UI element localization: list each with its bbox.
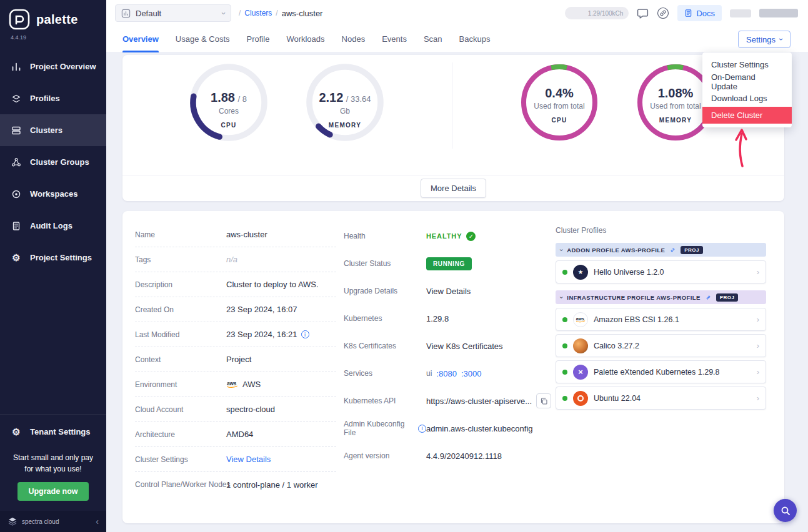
field-value: AWS: [242, 380, 261, 389]
tab-nodes[interactable]: Nodes: [342, 26, 366, 52]
sidebar-item-clusters[interactable]: Clusters: [0, 114, 106, 146]
chat-icon[interactable]: [637, 7, 649, 19]
view-certificates-link[interactable]: View K8s Certificates: [426, 342, 503, 351]
project-selector[interactable]: Default ›: [115, 4, 231, 22]
memory-gauge-label: MEMORY: [329, 122, 361, 129]
collapse-sidebar-icon[interactable]: ‹: [96, 516, 99, 526]
help-search-fab[interactable]: [774, 499, 797, 522]
health-status: HEALTHY: [426, 232, 462, 240]
sidebar-item-profiles[interactable]: Profiles: [0, 82, 106, 114]
aws-logo-icon: aws: [573, 312, 588, 327]
proj-badge: PROJ: [681, 246, 703, 254]
chevron-right-icon: ›: [757, 267, 759, 277]
field-row-environment: Environment aws AWS: [135, 372, 336, 397]
field-row-tags: Tags n/a: [135, 247, 336, 272]
sidebar-item-label: Cluster Groups: [30, 157, 89, 167]
pack-palette-extended-kubernetes[interactable]: × Palette eXtended Kubernetes 1.29.8 ›: [556, 360, 766, 383]
redacted-user-info: [730, 9, 751, 17]
field-label: Agent version: [344, 451, 426, 460]
cluster-profiles-title: Cluster Profiles: [556, 226, 766, 235]
field-value: Cluster to deploy to AWS.: [226, 280, 319, 289]
sidebar-item-cluster-groups[interactable]: Cluster Groups: [0, 146, 106, 178]
field-value: 4.4.9/20240912.1118: [426, 451, 502, 461]
field-label: K8s Certificates: [344, 342, 426, 350]
field-row-cluster-settings: Cluster Settings View Details: [135, 447, 336, 472]
menu-item-on-demand-update[interactable]: On-Demand Update: [702, 73, 792, 90]
settings-button-label: Settings: [746, 35, 776, 44]
addon-profile-header[interactable]: › ADDON PROFILE AWS-PROFILE PROJ: [556, 243, 766, 257]
memory-usage-caption: Used from total: [650, 102, 701, 111]
settings-menu: Cluster Settings On-Demand Update Downlo…: [702, 52, 792, 127]
memory-used-value: 2.12: [319, 91, 343, 104]
info-icon[interactable]: i: [301, 330, 309, 338]
upgrade-now-button[interactable]: Upgrade now: [17, 482, 88, 501]
field-label: Upgrade Details: [344, 287, 426, 295]
chart-icon: [11, 62, 22, 72]
sidebar-item-tenant-settings[interactable]: ⚙ Tenant Settings: [0, 416, 106, 448]
menu-item-cluster-settings[interactable]: Cluster Settings: [702, 56, 792, 73]
tab-backups[interactable]: Backups: [459, 26, 491, 52]
sidebar-item-label: Profiles: [30, 94, 60, 103]
field-label: Admin Kubeconfig File: [344, 420, 415, 437]
tab-profile[interactable]: Profile: [247, 26, 270, 52]
gear-icon: ⚙: [11, 253, 22, 262]
pack-calico[interactable]: Calico 3.27.2 ›: [556, 334, 766, 357]
field-value: 23 Sep 2024, 16:21: [226, 330, 297, 339]
field-row-services: Services ui :8080 :3000: [344, 360, 552, 387]
search-icon: [780, 505, 791, 516]
pack-name: Calico 3.27.2: [594, 342, 639, 350]
cpu-usage-donut: 0.4% Used from total CPU: [516, 59, 603, 146]
target-icon: [11, 189, 22, 199]
field-row-k8s-certificates: K8s Certificates View K8s Certificates: [344, 332, 552, 360]
info-icon[interactable]: i: [418, 425, 426, 433]
pack-ubuntu[interactable]: Ubuntu 22.04 ›: [556, 387, 766, 410]
profile-link-icon[interactable]: [705, 294, 712, 301]
breadcrumb-clusters-link[interactable]: Clusters: [244, 9, 272, 17]
kubeconfig-download-link[interactable]: admin.aws-cluster.kubeconfig: [426, 424, 533, 433]
proj-badge: PROJ: [716, 293, 739, 302]
sidebar-item-project-settings[interactable]: ⚙ Project Settings: [0, 242, 106, 273]
field-label: Name: [135, 230, 226, 239]
field-row-health: Health HEALTHY✓: [344, 222, 552, 250]
layers-icon: [11, 94, 22, 104]
breadcrumb-separator: /: [276, 9, 277, 17]
memory-total-value: / 33.64: [346, 94, 371, 104]
pxk-icon: ×: [573, 365, 588, 380]
sidebar-item-label: Tenant Settings: [30, 427, 91, 436]
profile-group-name: ADDON PROFILE AWS-PROFILE: [567, 247, 665, 254]
cpu-unit: Cores: [219, 107, 239, 116]
view-details-link[interactable]: View Details: [426, 287, 471, 296]
tab-events[interactable]: Events: [382, 26, 407, 52]
field-value: 1.29.8: [426, 314, 449, 323]
profile-link-icon[interactable]: [669, 247, 676, 254]
cpu-usage-caption: Used from total: [534, 102, 584, 111]
sidebar-item-audit-logs[interactable]: Audit Logs: [0, 210, 106, 242]
menu-item-download-logs[interactable]: Download Logs: [702, 90, 792, 107]
calico-icon: [573, 338, 588, 353]
service-port-link[interactable]: :3000: [461, 369, 482, 378]
link-icon[interactable]: [657, 7, 669, 19]
field-row-context: Context Project: [135, 347, 336, 372]
field-label: Created On: [135, 305, 226, 314]
redacted-user-name: [759, 9, 798, 17]
pack-amazon-ebs-csi[interactable]: aws Amazon EBS CSI 1.26.1 ›: [556, 308, 766, 331]
service-port-link[interactable]: :8080: [436, 369, 457, 378]
sidebar-item-workspaces[interactable]: Workspaces: [0, 178, 106, 210]
more-details-button[interactable]: More Details: [421, 179, 486, 198]
copy-icon[interactable]: [536, 393, 551, 408]
menu-item-delete-cluster[interactable]: Delete Cluster: [702, 107, 792, 124]
tab-overview[interactable]: Overview: [122, 26, 159, 52]
sidebar-item-project-overview[interactable]: Project Overview: [0, 51, 106, 82]
tab-usage-costs[interactable]: Usage & Costs: [176, 26, 230, 52]
tab-workloads[interactable]: Workloads: [286, 26, 324, 52]
docs-button[interactable]: Docs: [677, 5, 722, 21]
pack-hello-universe[interactable]: ★ Hello Universe 1.2.0 ›: [556, 260, 766, 283]
status-badge: RUNNING: [426, 257, 472, 270]
settings-dropdown-button[interactable]: Settings ›: [738, 31, 791, 48]
tab-scan[interactable]: Scan: [424, 26, 442, 52]
cpu-used-value: 1.88: [211, 91, 235, 104]
view-details-link[interactable]: View Details: [226, 455, 271, 464]
infrastructure-profile-header[interactable]: › INFRASTRUCTURE PROFILE AWS-PROFILE PRO…: [556, 290, 766, 304]
pack-name: Amazon EBS CSI 1.26.1: [594, 315, 679, 324]
upgrade-promo-text: Start small and only pay for what you us…: [0, 448, 106, 482]
